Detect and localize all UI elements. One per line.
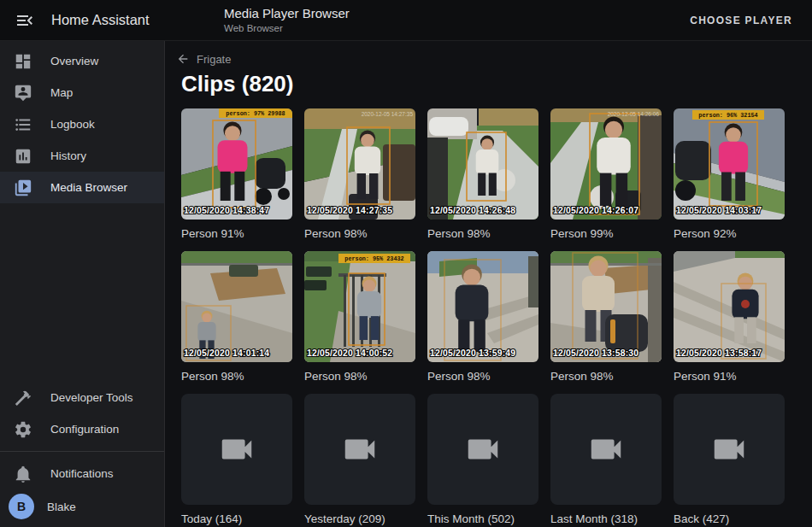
view-dashboard-icon	[14, 52, 32, 71]
clip-thumb-wrap: 12/05/2020 13:59:49	[427, 251, 538, 362]
clip-card[interactable]: person: 95% 2343212/05/2020 14:00:52Pers…	[304, 251, 415, 384]
clip-timestamp: 12/05/2020 14:38:47	[184, 206, 269, 215]
folder-card-last-month-318[interactable]: Last Month (318)	[550, 394, 662, 526]
folder-card-back-427[interactable]: Back (427)	[674, 394, 785, 526]
user-name: Blake	[47, 501, 76, 513]
clip-thumb-wrap: 12/05/2020 13:58:30	[550, 251, 662, 362]
clip-caption: Person 98%	[427, 227, 538, 241]
bell-icon	[14, 465, 32, 483]
clip-caption: Person 92%	[674, 227, 785, 241]
cog-icon	[14, 420, 32, 439]
clip-caption: Person 91%	[674, 370, 785, 384]
sidebar-item-history[interactable]: History	[0, 140, 164, 172]
clip-card[interactable]: 12/05/2020 14:01:14Person 98%	[181, 251, 292, 384]
hammer-icon	[14, 389, 32, 407]
body-layout: OverviewMapLogbookHistoryMedia Browser D…	[0, 41, 812, 527]
folder-card-yesterday-209[interactable]: Yesterday (209)	[304, 394, 415, 526]
sidebar-item-label: Configuration	[50, 423, 119, 436]
camera-corner-timestamp: 2020-12-05 14:26:06	[608, 111, 660, 117]
clip-thumb-wrap: person: 97% 2998812/05/2020 14:38:47	[181, 108, 292, 220]
clip-timestamp: 12/05/2020 14:03:17	[676, 206, 762, 215]
clip-card[interactable]: 2020-12-05 14:27:3512/05/2020 14:27:35Pe…	[304, 108, 415, 241]
breadcrumb-back[interactable]: Frigate	[165, 41, 231, 66]
clip-thumbnail: 12/05/2020 14:01:14	[181, 251, 292, 362]
folder-label: Last Month (318)	[550, 512, 662, 526]
clip-timestamp: 12/05/2020 14:26:07	[553, 206, 638, 215]
clip-thumbnail: 2020-12-05 14:26:0612/05/2020 14:26:07	[550, 108, 662, 220]
sidebar-nav: OverviewMapLogbookHistoryMedia Browser	[0, 45, 164, 203]
clip-card[interactable]: 12/05/2020 13:58:17Person 91%	[674, 251, 785, 384]
folder-thumb	[304, 394, 415, 505]
arrow-left-icon	[176, 52, 190, 66]
folder-thumb	[427, 394, 538, 505]
menu-open-icon[interactable]	[15, 10, 35, 31]
sidebar-user[interactable]: B Blake	[0, 489, 164, 524]
clip-card[interactable]: person: 96% 3215412/05/2020 14:03:17Pers…	[674, 108, 785, 241]
account-tooltip-icon	[14, 84, 32, 102]
clip-caption: Person 99%	[550, 227, 662, 241]
clip-thumbnail: person: 96% 3215412/05/2020 14:03:17	[674, 108, 785, 220]
folder-thumb	[674, 394, 785, 505]
folder-card-today-164[interactable]: Today (164)	[181, 394, 292, 526]
detection-label: person: 95% 23432	[344, 255, 403, 262]
sidebar-item-logbook[interactable]: Logbook	[0, 108, 164, 140]
notifications-label: Notifications	[50, 467, 114, 480]
clip-caption: Person 98%	[304, 370, 415, 384]
sidebar-item-label: History	[50, 149, 86, 162]
clip-timestamp: 12/05/2020 13:58:30	[553, 348, 638, 358]
app-window: Home Assistant Media Player Browser Web …	[0, 0, 812, 527]
sidebar-item-overview[interactable]: Overview	[0, 45, 164, 77]
sidebar-item-label: Map	[50, 86, 73, 99]
camera-corner-timestamp: 2020-12-05 14:27:35	[362, 111, 414, 117]
clip-thumb-wrap: 12/05/2020 14:01:14	[181, 251, 292, 362]
folder-label: Today (164)	[181, 512, 292, 526]
app-title: Home Assistant	[51, 12, 150, 28]
detection-label: person: 97% 29988	[226, 110, 285, 117]
folder-label: Yesterday (209)	[304, 512, 415, 526]
video-icon	[217, 430, 256, 469]
folder-card-this-month-502[interactable]: This Month (502)	[427, 394, 538, 526]
clip-timestamp: 12/05/2020 13:58:17	[676, 348, 762, 358]
sidebar-item-media-browser[interactable]: Media Browser	[0, 172, 164, 203]
clip-caption: Person 98%	[181, 370, 292, 384]
clip-card[interactable]: 12/05/2020 14:26:48Person 98%	[427, 108, 538, 241]
chart-box-icon	[14, 147, 32, 166]
clip-timestamp: 12/05/2020 13:59:49	[430, 348, 515, 358]
clip-thumbnail: 12/05/2020 13:58:30	[550, 251, 662, 362]
arrow-left-icon	[176, 52, 190, 66]
breadcrumb-label: Frigate	[197, 53, 231, 66]
sidebar-tools: Developer ToolsConfiguration	[0, 382, 164, 445]
clip-thumb-wrap: person: 96% 3215412/05/2020 14:03:17	[674, 108, 785, 220]
list-icon	[14, 115, 32, 134]
avatar: B	[9, 494, 34, 519]
sidebar: OverviewMapLogbookHistoryMedia Browser D…	[0, 41, 165, 527]
sidebar-item-map[interactable]: Map	[0, 77, 164, 108]
clip-card[interactable]: 12/05/2020 13:58:30Person 98%	[550, 251, 662, 384]
clip-caption: Person 91%	[181, 227, 292, 241]
cog-icon	[14, 420, 32, 439]
video-icon	[586, 430, 626, 469]
sidebar-item-notifications[interactable]: Notifications	[0, 458, 164, 489]
sidebar-item-configuration[interactable]: Configuration	[0, 413, 164, 445]
detection-label: person: 96% 32154	[698, 112, 757, 119]
chart-box-icon	[14, 147, 32, 166]
sidebar-spacer	[0, 203, 164, 382]
folder-label: This Month (502)	[427, 512, 538, 526]
bell-icon	[14, 465, 32, 483]
folder-thumb	[181, 394, 292, 505]
clip-card[interactable]: 12/05/2020 13:59:49Person 98%	[427, 251, 538, 384]
clip-thumb-wrap: person: 95% 2343212/05/2020 14:00:52	[304, 251, 415, 362]
choose-player-button[interactable]: CHOOSE PLAYER	[683, 8, 799, 33]
sidebar-item-developer-tools[interactable]: Developer Tools	[0, 382, 164, 413]
sidebar-item-label: Logbook	[50, 118, 95, 131]
clip-card[interactable]: person: 97% 2998812/05/2020 14:38:47Pers…	[181, 108, 292, 241]
clip-timestamp: 12/05/2020 14:26:48	[430, 206, 515, 215]
clip-thumbnail: 12/05/2020 13:58:17	[674, 251, 785, 362]
clips-grid: person: 97% 2998812/05/2020 14:38:47Pers…	[181, 108, 812, 526]
page-header-subtitle: Web Browser	[224, 22, 350, 34]
clip-thumbnail: 12/05/2020 14:26:48	[427, 108, 538, 220]
video-icon	[709, 430, 749, 469]
clip-card[interactable]: 2020-12-05 14:26:0612/05/2020 14:26:07Pe…	[550, 108, 662, 241]
hammer-icon	[14, 389, 32, 407]
topbar-left: Home Assistant	[0, 10, 165, 31]
